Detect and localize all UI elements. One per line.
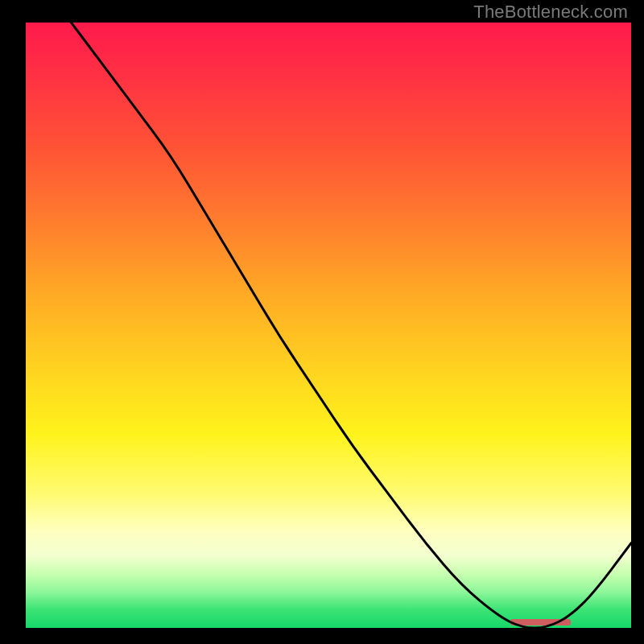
watermark-label: TheBottleneck.com	[473, 2, 628, 23]
bottleneck-curve	[26, 23, 631, 628]
chart-frame: TheBottleneck.com	[0, 0, 644, 644]
plot-area	[26, 23, 631, 628]
